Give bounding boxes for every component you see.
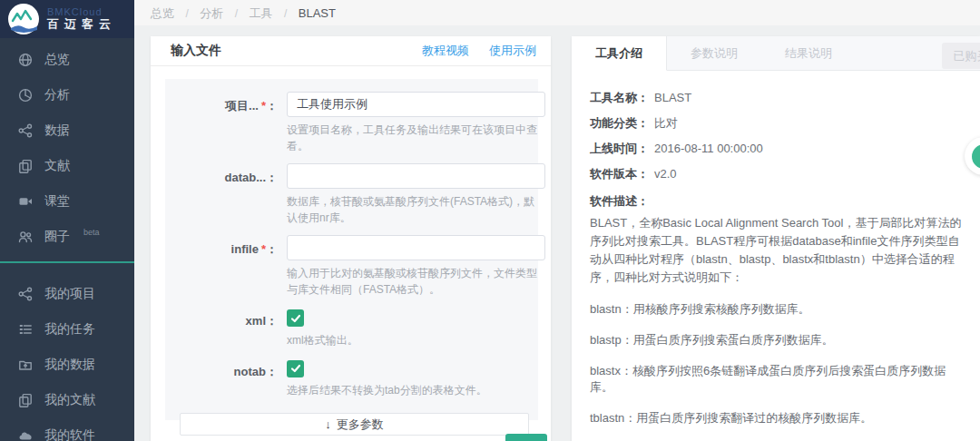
form-panel: 项目...*： 设置项目名称，工具任务及输出结果可在该项目中查看。 datab.… bbox=[165, 79, 538, 420]
copy-icon bbox=[18, 159, 33, 173]
breadcrumb-item-overview[interactable]: 总览 bbox=[151, 6, 174, 20]
meta-version: 软件版本：v2.0 bbox=[590, 162, 962, 187]
project-help-text: 设置项目名称，工具任务及输出结果可在该项目中查看。 bbox=[287, 122, 545, 154]
sidebar-item-data[interactable]: 数据 bbox=[0, 113, 134, 148]
sidebar-item-my-projects[interactable]: 我的项目 bbox=[0, 276, 134, 311]
nodes-icon bbox=[18, 123, 33, 138]
breadcrumb-separator: / bbox=[235, 7, 238, 20]
sidebar-item-overview[interactable]: 总览 bbox=[0, 42, 134, 77]
topbar: 总览 / 分析 / 工具 / BLAST bbox=[134, 0, 980, 25]
cloud-icon bbox=[18, 428, 33, 441]
copy-icon bbox=[18, 393, 33, 407]
xml-help-text: xml格式输出。 bbox=[287, 332, 545, 348]
form-field-xml: xml： xml格式输出。 bbox=[165, 307, 524, 348]
breadcrumb-item-tools[interactable]: 工具 bbox=[250, 6, 273, 20]
breadcrumb-item-analysis[interactable]: 分析 bbox=[200, 6, 223, 20]
sidebar-item-my-literature[interactable]: 我的文献 bbox=[0, 382, 134, 417]
breadcrumb-separator: / bbox=[284, 7, 287, 20]
sidebar-item-my-data[interactable]: 我的数据 bbox=[0, 347, 134, 382]
info-tabs: 工具介绍 参数说明 结果说明 bbox=[572, 36, 980, 71]
more-params-button[interactable]: ↓ 更多参数 bbox=[180, 413, 529, 436]
purchased-button[interactable]: 已购买 bbox=[942, 43, 980, 69]
tool-description: BLAST，全称Basic Local Alignment Search Too… bbox=[590, 214, 962, 287]
folder-icon bbox=[18, 358, 33, 372]
tool-info-card: 工具介绍 参数说明 结果说明 工具名称：BLAST 功能分类：比对 上线时间：2… bbox=[572, 36, 980, 441]
breadcrumb-current: BLAST bbox=[299, 6, 336, 20]
sidebar-item-my-tasks[interactable]: 我的任务 bbox=[0, 311, 134, 347]
sidebar-item-literature[interactable]: 文献 bbox=[0, 148, 134, 183]
check-icon bbox=[290, 313, 301, 324]
video-icon bbox=[18, 194, 33, 209]
breadcrumb: 总览 / 分析 / 工具 / BLAST bbox=[151, 5, 336, 22]
check-icon bbox=[290, 363, 301, 374]
database-help-text: 数据库，核苷酸或氨基酸序列文件(FASTA格式)，默认使用nr库。 bbox=[287, 193, 545, 226]
users-icon bbox=[18, 230, 33, 244]
input-form-card: 输入文件 教程视频 使用示例 项目...*： 设置项目名称，工具任务及输出结果可… bbox=[151, 36, 551, 441]
notab-help-text: 选择后结果不转换为tab分割的表格文件。 bbox=[287, 382, 545, 398]
sidebar-item-analysis[interactable]: 分析 bbox=[0, 77, 134, 113]
meta-online-date: 上线时间：2016-08-11 00:00:00 bbox=[590, 136, 962, 162]
sidebar-item-my-software[interactable]: 我的软件 bbox=[0, 417, 134, 441]
bmk-logo-icon bbox=[7, 3, 40, 35]
xml-checkbox[interactable] bbox=[287, 309, 304, 327]
app-window: BMKCloud 百迈客云 总览 分析 数据 文献 bbox=[0, 0, 980, 441]
mode-blastx: blastx：核酸序列按照6条链翻译成蛋白质序列后搜索蛋白质序列数据库。 bbox=[590, 363, 962, 396]
sidebar: BMKCloud 百迈客云 总览 分析 数据 文献 bbox=[0, 0, 134, 441]
submit-button[interactable] bbox=[505, 434, 547, 441]
breadcrumb-separator: / bbox=[185, 7, 188, 20]
mode-tblastn: tblastn：用蛋白质序列搜索翻译过的核酸序列数据库。 bbox=[590, 410, 962, 426]
form-field-infile: infile*： 输入用于比对的氨基酸或核苷酸序列文件，文件类型与库文件相同（F… bbox=[165, 235, 524, 298]
logo-area[interactable]: BMKCloud 百迈客云 bbox=[0, 0, 134, 38]
usage-example-link[interactable]: 使用示例 bbox=[489, 43, 536, 59]
sidebar-divider bbox=[0, 261, 134, 263]
meta-tool-name: 工具名称：BLAST bbox=[590, 85, 962, 111]
project-name-input[interactable] bbox=[287, 92, 545, 117]
infile-input[interactable] bbox=[287, 235, 545, 260]
brand-cn: 百迈客云 bbox=[47, 18, 116, 31]
beta-badge: beta bbox=[83, 228, 100, 237]
meta-category: 功能分类：比对 bbox=[590, 111, 962, 136]
form-field-database: datab...： 数据库，核苷酸或氨基酸序列文件(FASTA格式)，默认使用n… bbox=[165, 163, 524, 226]
sidebar-my-menu: 我的项目 我的任务 我的数据 我的文献 我的软件 bbox=[0, 276, 134, 441]
tab-result-desc[interactable]: 结果说明 bbox=[761, 36, 856, 70]
mode-blastp: blastp：用蛋白质序列搜索蛋白质序列数据库。 bbox=[590, 332, 962, 348]
pie-chart-icon bbox=[18, 88, 33, 103]
tab-tool-intro[interactable]: 工具介绍 bbox=[572, 36, 667, 71]
tab-param-desc[interactable]: 参数说明 bbox=[667, 36, 761, 70]
sidebar-main-menu: 总览 分析 数据 文献 课堂 圈子 beta bbox=[0, 42, 134, 254]
database-input[interactable] bbox=[287, 163, 545, 189]
form-field-notab: notab： 选择后结果不转换为tab分割的表格文件。 bbox=[165, 358, 524, 399]
list-icon bbox=[18, 322, 33, 337]
sidebar-item-classroom[interactable]: 课堂 bbox=[0, 183, 134, 219]
nodes-icon bbox=[18, 287, 33, 301]
description-label: 软件描述： bbox=[590, 191, 962, 212]
form-field-project: 项目...*： 设置项目名称，工具任务及输出结果可在该项目中查看。 bbox=[165, 92, 524, 154]
mode-blastn: blastn：用核酸序列搜索核酸序列数据库。 bbox=[590, 301, 962, 318]
tutorial-video-link[interactable]: 教程视频 bbox=[422, 43, 469, 59]
infile-help-text: 输入用于比对的氨基酸或核苷酸序列文件，文件类型与库文件相同（FASTA格式）。 bbox=[287, 265, 545, 298]
notab-checkbox[interactable] bbox=[287, 360, 304, 377]
sidebar-item-circle[interactable]: 圈子 beta bbox=[0, 219, 134, 254]
arrow-down-icon: ↓ bbox=[325, 417, 331, 431]
form-card-title: 输入文件 bbox=[171, 43, 221, 59]
globe-icon bbox=[18, 53, 33, 67]
